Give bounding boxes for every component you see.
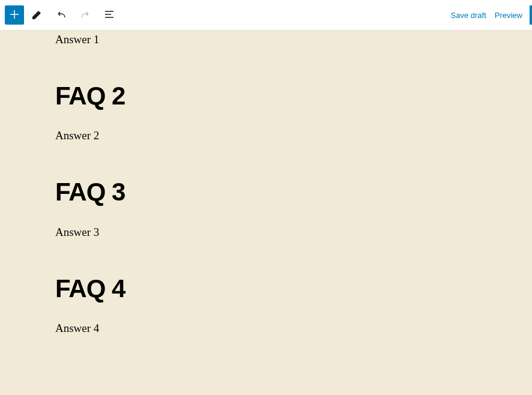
redo-button xyxy=(74,4,96,26)
redo-icon xyxy=(78,7,92,23)
publish-button-edge[interactable] xyxy=(530,5,532,25)
toolbar-left-group xyxy=(5,4,120,26)
toolbar-right-group: Save draft Preview xyxy=(450,11,527,20)
list-icon xyxy=(102,7,116,23)
editor-canvas[interactable]: FAQ 1 Answer 1 FAQ 2 Answer 2 FAQ 3 Answ… xyxy=(0,31,532,395)
faq-heading[interactable]: FAQ 3 xyxy=(55,178,477,206)
document-outline-button[interactable] xyxy=(98,4,120,26)
faq-heading[interactable]: FAQ 2 xyxy=(55,82,477,110)
undo-icon xyxy=(54,7,68,23)
editor-toolbar: Save draft Preview xyxy=(0,0,532,31)
faq-answer[interactable]: Answer 2 xyxy=(55,129,477,142)
preview-button[interactable]: Preview xyxy=(495,11,522,20)
faq-heading[interactable]: FAQ 4 xyxy=(55,275,477,303)
faq-answer[interactable]: Answer 4 xyxy=(55,322,477,335)
pencil-icon xyxy=(30,7,44,23)
save-draft-button[interactable]: Save draft xyxy=(450,11,486,20)
faq-answer[interactable]: Answer 1 xyxy=(55,33,477,46)
faq-answer[interactable]: Answer 3 xyxy=(55,226,477,239)
plus-icon xyxy=(7,7,22,23)
undo-button[interactable] xyxy=(50,4,72,26)
edit-mode-button[interactable] xyxy=(26,4,48,26)
add-block-button[interactable] xyxy=(5,5,24,25)
post-content: FAQ 1 Answer 1 FAQ 2 Answer 2 FAQ 3 Answ… xyxy=(0,31,532,395)
